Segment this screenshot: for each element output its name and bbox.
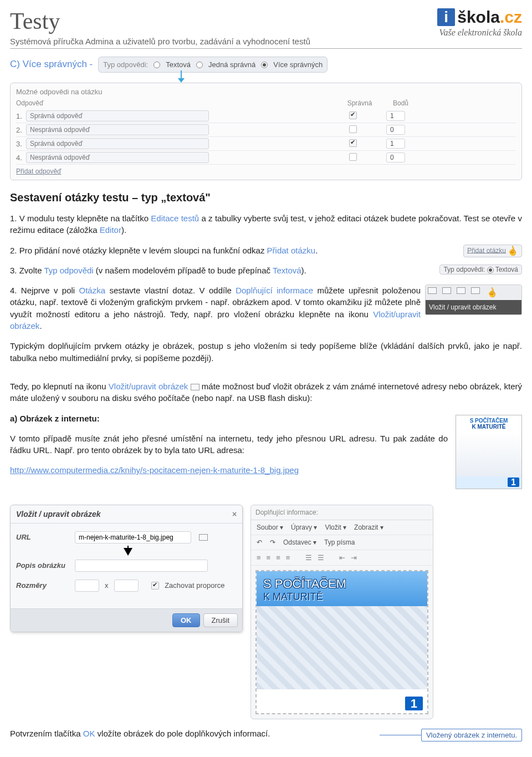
radio-vicespravnych[interactable] <box>261 62 268 68</box>
section-c-label: C) Více správných - <box>10 57 93 70</box>
paragraph-2: 2. Pro přidání nové otázky klepněte v le… <box>10 245 522 256</box>
points-input[interactable]: 0 <box>386 153 405 162</box>
correct-checkbox[interactable] <box>349 111 357 119</box>
table-row: 2.Nesprávná odpověď0 <box>16 123 516 137</box>
dim-label: Rozměry <box>16 581 69 590</box>
ok-button[interactable]: OK <box>172 613 200 627</box>
logo-text-skola: škola <box>457 8 500 26</box>
editor-caption: Doplňující informace: <box>251 505 433 520</box>
menu-file[interactable]: Soubor ▾ <box>257 524 283 531</box>
svg-marker-1 <box>178 78 185 83</box>
logo-i-icon: i <box>437 8 455 26</box>
radio-textova-label: Textová <box>166 60 191 69</box>
insert-image-dialog: Vložit / upravit obrázek× URL Popis obrá… <box>10 505 243 632</box>
radio-jednaspravna[interactable] <box>196 62 203 68</box>
canvas-image-title2: K MATURITĚ <box>257 591 427 606</box>
keep-proportions-checkbox[interactable] <box>151 582 159 590</box>
hand-cursor-icon: ☝ <box>485 286 499 299</box>
table-row: 3.Správná odpověď1 <box>16 137 516 151</box>
toolbar-snippet: ☝ Vložit / upravit obrázek <box>425 284 522 315</box>
browse-icon[interactable] <box>199 534 208 541</box>
desc-label: Popis obrázku <box>16 561 69 570</box>
page-subtitle: Systémová příručka Admina a uživatelů pr… <box>10 37 310 46</box>
url-label: URL <box>16 533 69 541</box>
answer-input[interactable]: Správná odpověď <box>26 138 209 149</box>
col-correct: Správná <box>326 99 393 107</box>
col-answer: Odpověď <box>16 99 216 107</box>
insert-image-icon <box>191 384 200 390</box>
menu-view[interactable]: Zobrazit ▾ <box>354 524 383 531</box>
menu-insert[interactable]: Vložit ▾ <box>325 524 346 531</box>
points-input[interactable]: 1 <box>386 111 405 121</box>
answer-input[interactable]: Správná odpověď <box>26 110 209 121</box>
menu-edit[interactable]: Úpravy ▾ <box>291 524 317 531</box>
radio-textova-mini[interactable] <box>487 267 494 273</box>
points-input[interactable]: 0 <box>386 125 405 135</box>
cancel-button[interactable]: Zrušit <box>203 613 238 627</box>
toolbar-icon[interactable] <box>457 287 466 294</box>
width-input[interactable] <box>75 580 99 592</box>
indent-icon[interactable]: ⇥ <box>351 553 357 562</box>
answers-table-title: Možné odpovědi na otázku <box>16 88 516 96</box>
height-input[interactable] <box>114 580 139 592</box>
points-input[interactable]: 1 <box>386 139 405 149</box>
example-url-link[interactable]: http://www.computermedia.cz/knihy/s-poci… <box>10 465 299 475</box>
callout-box: Vložený obrázek z internetu. <box>421 729 522 741</box>
arrow-down-icon <box>121 546 342 562</box>
subheading-a: a) Obrázek z internetu: <box>10 414 100 423</box>
hand-cursor-icon: ☝ <box>505 244 519 258</box>
canvas-image-title1: S POČÍTAČEM <box>257 571 427 591</box>
correct-checkbox[interactable] <box>349 153 357 161</box>
toolbar-image-icon[interactable] <box>471 287 480 294</box>
book-thumbnail: S POČÍTAČEMK MATURITĚ 1 <box>456 415 522 489</box>
add-answer-link[interactable]: Přidat odpověď <box>16 167 61 175</box>
answer-input[interactable]: Nesprávná odpověď <box>26 124 209 135</box>
canvas-image-number: 1 <box>405 697 423 710</box>
answers-table: Možné odpovědi na otázku Odpověď Správná… <box>10 83 522 180</box>
svg-marker-3 <box>124 548 132 556</box>
font-select[interactable]: Typ písma <box>324 538 355 546</box>
brand-tagline: Vaše elektronická škola <box>437 28 522 38</box>
editor-menubar: Soubor ▾Úpravy ▾Vložit ▾Zobrazit ▾ <box>251 520 433 535</box>
paragraph-5: Typickým doplňujícím prvkem otázky je ob… <box>10 340 522 364</box>
paragraph-6: Tedy, po klepnutí na ikonu Vložit/upravi… <box>10 380 522 404</box>
arrow-down-icon <box>176 70 532 83</box>
toolbar-icon[interactable] <box>442 287 451 294</box>
redo-icon[interactable]: ↷ <box>270 538 275 546</box>
correct-checkbox[interactable] <box>349 125 357 133</box>
toolbar-icon[interactable] <box>428 287 437 294</box>
paragraph-1: 1. V modulu testy klepněte na tlačítko E… <box>10 212 522 236</box>
dialog-title: Vložit / upravit obrázek <box>16 510 100 519</box>
close-icon[interactable]: × <box>232 510 237 519</box>
add-question-snippet: Přidat otázku☝ <box>463 245 522 257</box>
tooltip-label: Vložit / upravit obrázek <box>429 303 496 311</box>
logo-text-cz: .cz <box>500 8 522 26</box>
undo-icon[interactable]: ↶ <box>257 538 262 546</box>
radio-jednaspravna-label: Jedná správná <box>208 60 255 69</box>
section-heading: Sestavení otázky testu – typ „textová" <box>10 191 522 204</box>
col-points: Bodů <box>393 99 448 107</box>
answer-input[interactable]: Nesprávná odpověď <box>26 152 209 163</box>
paragraph-7b: V tomto případě musíte znát jeho přesné … <box>10 433 522 456</box>
answer-type-label: Typ odpovědi: <box>103 60 148 69</box>
radio-vicespravnych-label: Více správných <box>273 60 323 69</box>
table-row: 4.Nesprávná odpověď0 <box>16 151 516 165</box>
table-row: 1.Správná odpověď1 <box>16 109 516 123</box>
rich-text-editor: Doplňující informace: Soubor ▾Úpravy ▾Vl… <box>250 505 433 719</box>
radio-textova[interactable] <box>154 62 160 68</box>
page-title: Testy <box>10 8 310 34</box>
page-header: Testy Systémová příručka Admina a uživat… <box>10 8 522 49</box>
url-input[interactable] <box>75 531 191 543</box>
editor-canvas[interactable]: S POČÍTAČEM K MATURITĚ 1 <box>255 570 428 714</box>
keep-proportions-label: Zachovat proporce <box>165 581 224 590</box>
paragraph-select[interactable]: Odstavec ▾ <box>283 538 316 546</box>
type-snippet: Typ odpovědi: Textová <box>439 265 522 275</box>
correct-checkbox[interactable] <box>349 139 357 147</box>
brand-logo: i škola.cz <box>437 8 522 27</box>
